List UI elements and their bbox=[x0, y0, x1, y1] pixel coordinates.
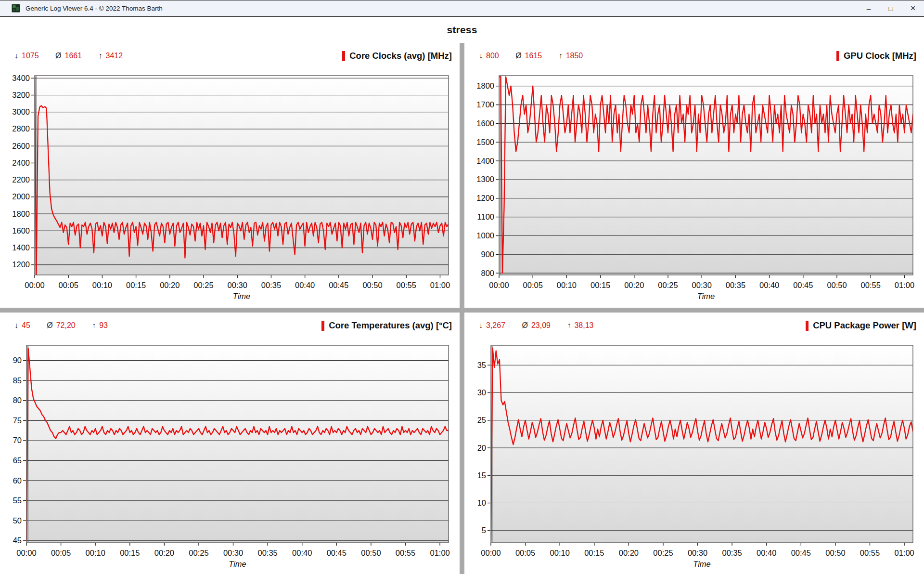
svg-text:2000: 2000 bbox=[12, 192, 30, 201]
stat-min-value: 3,267 bbox=[486, 321, 505, 329]
chart-panel-cpu-package-power: ↓3,267 Ø23,09 ↑38,13 CPU Package Power [… bbox=[464, 313, 924, 574]
svg-text:00:10: 00:10 bbox=[550, 548, 570, 557]
stat-avg: Ø1661 bbox=[55, 52, 82, 60]
stat-avg-value: 72,20 bbox=[56, 321, 76, 329]
close-button[interactable]: × bbox=[902, 0, 924, 16]
chart-panel-core-temperatures: ↓45 Ø72,20 ↑93 Core Temperatures (avg) [… bbox=[0, 313, 460, 574]
svg-text:00:25: 00:25 bbox=[189, 548, 208, 557]
panel-head: ↓45 Ø72,20 ↑93 Core Temperatures (avg) [… bbox=[5, 320, 460, 339]
stat-avg-value: 1661 bbox=[65, 52, 82, 60]
svg-text:00:15: 00:15 bbox=[126, 281, 146, 289]
svg-text:1400: 1400 bbox=[12, 243, 30, 252]
stat-min: ↓1075 bbox=[14, 52, 39, 60]
svg-text:25: 25 bbox=[477, 416, 486, 424]
svg-text:10: 10 bbox=[477, 498, 486, 507]
window-title-bar[interactable]: Generic Log Viewer 6.4 - © 2022 Thomas B… bbox=[0, 0, 924, 17]
svg-text:800: 800 bbox=[481, 269, 494, 277]
max-arrow-icon: ↑ bbox=[559, 52, 563, 60]
svg-text:00:00: 00:00 bbox=[481, 548, 500, 557]
svg-text:00:35: 00:35 bbox=[726, 281, 745, 289]
svg-text:1800: 1800 bbox=[476, 81, 494, 90]
panel-head: ↓800 Ø1615 ↑1850 GPU Clock [MHz] bbox=[469, 51, 924, 70]
svg-text:45: 45 bbox=[13, 536, 22, 545]
svg-text:00:30: 00:30 bbox=[223, 548, 243, 557]
stat-max-value: 3412 bbox=[106, 52, 123, 60]
svg-text:70: 70 bbox=[13, 436, 22, 444]
chart-title: Core Clocks (avg) [MHz] bbox=[342, 51, 452, 61]
avg-symbol-icon: Ø bbox=[55, 52, 61, 60]
svg-text:00:20: 00:20 bbox=[619, 548, 639, 557]
svg-text:00:05: 00:05 bbox=[523, 281, 543, 289]
max-arrow-icon: ↑ bbox=[99, 52, 103, 60]
svg-text:00:55: 00:55 bbox=[860, 548, 880, 557]
chart-title-text: Core Temperatures (avg) [°C] bbox=[329, 320, 452, 331]
svg-text:85: 85 bbox=[13, 376, 22, 385]
stat-avg-value: 1615 bbox=[525, 52, 542, 60]
svg-text:00:35: 00:35 bbox=[257, 548, 277, 557]
stat-max: ↑38,13 bbox=[567, 321, 593, 329]
svg-text:Time: Time bbox=[693, 560, 711, 568]
charts-grid: ↓1075 Ø1661 ↑3412 Core Clocks (avg) [MHz… bbox=[0, 43, 924, 574]
svg-text:00:10: 00:10 bbox=[92, 281, 112, 289]
svg-text:1600: 1600 bbox=[476, 119, 494, 128]
avg-symbol-icon: Ø bbox=[47, 321, 52, 329]
svg-text:00:15: 00:15 bbox=[120, 548, 140, 557]
core-clocks-chart: 1200140016001800200022002400260028003000… bbox=[5, 70, 455, 303]
stat-max-value: 38,13 bbox=[574, 321, 593, 329]
svg-text:1200: 1200 bbox=[12, 260, 30, 269]
chart-title-text: Core Clocks (avg) [MHz] bbox=[349, 51, 452, 61]
panel-head: ↓1075 Ø1661 ↑3412 Core Clocks (avg) [MHz… bbox=[5, 51, 460, 70]
min-arrow-icon: ↓ bbox=[479, 321, 483, 329]
core-temperatures-chart: 4550556065707580859000:0000:0500:1000:15… bbox=[5, 339, 455, 571]
svg-text:3000: 3000 bbox=[12, 107, 30, 116]
stat-avg: Ø23,09 bbox=[522, 321, 551, 329]
svg-text:00:20: 00:20 bbox=[160, 281, 180, 289]
svg-text:00:05: 00:05 bbox=[51, 548, 71, 557]
svg-text:00:30: 00:30 bbox=[692, 281, 712, 289]
series-color-bar bbox=[836, 51, 839, 61]
svg-text:1600: 1600 bbox=[12, 226, 30, 235]
svg-text:00:50: 00:50 bbox=[827, 281, 847, 289]
svg-text:75: 75 bbox=[13, 416, 22, 425]
svg-text:00:30: 00:30 bbox=[228, 281, 247, 289]
min-arrow-icon: ↓ bbox=[14, 321, 18, 329]
svg-text:900: 900 bbox=[481, 250, 494, 259]
svg-text:3200: 3200 bbox=[12, 91, 30, 99]
chart-stats: ↓1075 Ø1661 ↑3412 bbox=[14, 52, 137, 60]
maximize-button[interactable]: □ bbox=[880, 0, 902, 16]
cpu-package-power-chart: 510152025303500:0000:0500:1000:1500:2000… bbox=[469, 339, 920, 571]
stat-min-value: 800 bbox=[486, 52, 499, 60]
app-icon bbox=[12, 4, 20, 13]
stat-min-value: 45 bbox=[22, 321, 30, 329]
svg-text:00:25: 00:25 bbox=[653, 548, 673, 557]
svg-text:00:45: 00:45 bbox=[327, 548, 346, 557]
svg-text:1000: 1000 bbox=[476, 231, 494, 240]
svg-text:00:15: 00:15 bbox=[590, 281, 610, 289]
svg-text:00:20: 00:20 bbox=[624, 281, 644, 289]
chart-title: Core Temperatures (avg) [°C] bbox=[321, 320, 452, 331]
window-title: Generic Log Viewer 6.4 - © 2022 Thomas B… bbox=[26, 5, 163, 12]
svg-text:00:00: 00:00 bbox=[489, 281, 509, 289]
max-arrow-icon: ↑ bbox=[92, 321, 96, 329]
svg-text:2600: 2600 bbox=[12, 142, 30, 150]
svg-text:01:00: 01:00 bbox=[430, 548, 449, 557]
minimize-button[interactable]: – bbox=[858, 0, 880, 16]
stat-max: ↑3412 bbox=[99, 52, 123, 60]
svg-text:00:30: 00:30 bbox=[688, 548, 707, 557]
stat-avg: Ø1615 bbox=[515, 52, 542, 60]
stat-avg-value: 23,09 bbox=[531, 321, 551, 329]
avg-symbol-icon: Ø bbox=[522, 321, 528, 329]
svg-text:30: 30 bbox=[477, 388, 486, 397]
svg-text:55: 55 bbox=[13, 496, 22, 505]
svg-text:50: 50 bbox=[13, 516, 22, 525]
svg-text:00:55: 00:55 bbox=[396, 548, 415, 557]
stat-min: ↓45 bbox=[14, 321, 30, 329]
min-arrow-icon: ↓ bbox=[14, 52, 18, 60]
svg-text:2800: 2800 bbox=[12, 124, 30, 133]
svg-text:00:25: 00:25 bbox=[193, 281, 213, 289]
stat-max: ↑1850 bbox=[559, 52, 583, 60]
svg-text:00:40: 00:40 bbox=[757, 548, 776, 557]
svg-text:35: 35 bbox=[477, 361, 486, 369]
chart-title-text: GPU Clock [MHz] bbox=[844, 51, 916, 61]
stat-min: ↓800 bbox=[479, 52, 499, 60]
